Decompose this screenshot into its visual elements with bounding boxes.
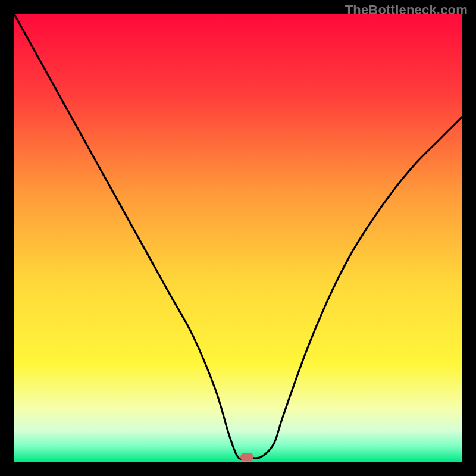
optimal-point-marker [240, 453, 253, 461]
watermark-text: TheBottleneck.com [345, 2, 468, 18]
plot-area [14, 14, 462, 462]
chart-frame: TheBottleneck.com [0, 0, 476, 476]
bottleneck-curve [14, 14, 462, 462]
